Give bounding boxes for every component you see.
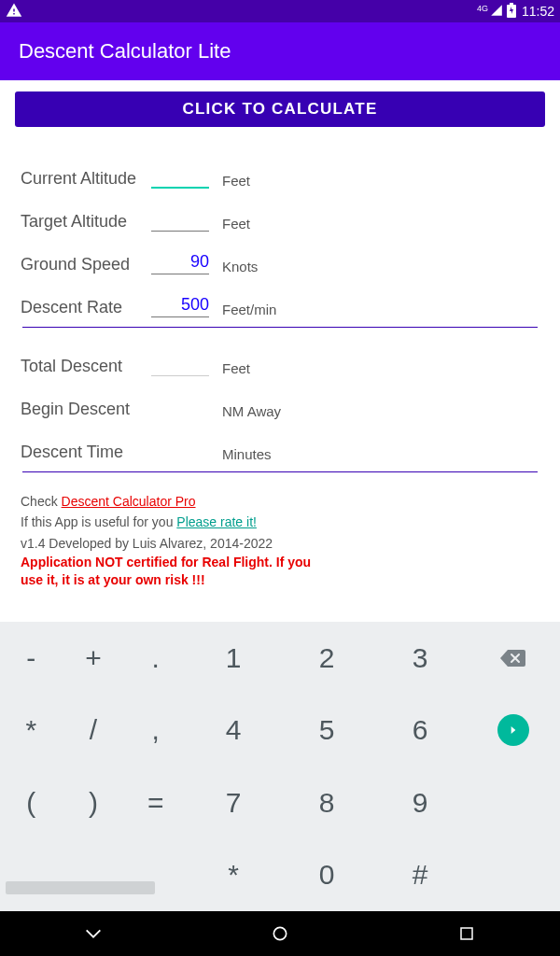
descent-time-label: Descent Time [21,443,151,462]
warning-icon [6,2,22,21]
row-descent-rate: Descent Rate Feet/min [21,274,539,317]
warning-text: Application NOT certified for Real Fligh… [21,554,319,589]
key-lparen[interactable]: ( [0,766,63,839]
app-title: Descent Calculator Lite [19,39,231,63]
descent-time-unit: Minutes [222,446,272,462]
row-current-altitude: Current Altitude Feet [21,146,539,189]
descent-rate-unit: Feet/min [222,302,276,317]
key-7[interactable]: 7 [187,766,280,839]
nav-back-button[interactable] [82,922,105,945]
current-altitude-input[interactable] [151,163,209,189]
key-star[interactable]: * [0,695,63,767]
key-2[interactable]: 2 [280,622,373,695]
ground-speed-unit: Knots [222,259,258,274]
svg-rect-3 [461,928,472,939]
key-1[interactable]: 1 [187,622,280,695]
descent-rate-input[interactable] [151,293,209,317]
key-equals[interactable]: = [124,766,187,839]
row-descent-time: Descent Time Minutes [21,419,539,462]
pro-link[interactable]: Descent Calculator Pro [62,494,196,509]
svg-point-2 [273,927,286,939]
key-3[interactable]: 3 [373,622,467,695]
begin-descent-unit: NM Away [222,403,281,419]
key-6[interactable]: 6 [373,695,467,767]
target-altitude-unit: Feet [222,216,250,232]
svg-rect-1 [510,3,513,5]
current-altitude-label: Current Altitude [21,169,151,189]
battery-charging-icon [507,3,516,21]
begin-descent-label: Begin Descent [21,400,151,419]
key-minus[interactable]: - [0,622,63,695]
check-text: Check [21,494,62,509]
row-begin-descent: Begin Descent NM Away [21,376,539,419]
begin-descent-output [151,397,209,419]
signal-icon [490,4,503,20]
row-ground-speed: Ground Speed Knots [21,232,539,274]
network-4g-label: 4G [477,5,488,13]
divider-2 [22,471,538,472]
row-target-altitude: Target Altitude Feet [21,189,539,232]
android-nav-bar [0,911,560,956]
ground-speed-input[interactable] [151,250,209,274]
descent-time-output [151,440,209,462]
key-slash[interactable]: / [63,695,125,767]
row-total-descent: Total Descent Feet [21,333,539,376]
current-altitude-unit: Feet [222,173,250,189]
key-8[interactable]: 8 [280,766,373,839]
ground-speed-label: Ground Speed [21,255,151,274]
rate-link[interactable]: Please rate it! [176,514,257,529]
key-9[interactable]: 9 [373,766,467,839]
nav-home-button[interactable] [269,922,291,945]
key-comma[interactable]: , [124,695,187,767]
footer: Check Descent Calculator Pro If this App… [15,478,545,589]
version-text: v1.4 Developed by Luis Alvarez, 2014-202… [21,533,539,554]
android-status-bar: 4G 11:52 [0,0,560,22]
key-star2[interactable]: * [187,839,280,912]
nav-recent-button[interactable] [455,922,478,945]
useful-text: If this App is useful for you [21,514,176,529]
status-time: 11:52 [522,4,554,19]
key-4[interactable]: 4 [187,695,280,767]
key-backspace[interactable] [499,648,527,668]
key-enter[interactable] [497,714,529,746]
app-bar: Descent Calculator Lite [0,22,560,80]
divider [22,327,538,328]
target-altitude-label: Target Altitude [21,212,151,232]
calculate-button[interactable]: CLICK TO CALCULATE [15,91,545,127]
total-descent-unit: Feet [222,360,250,376]
target-altitude-input[interactable] [151,207,209,232]
key-5[interactable]: 5 [280,695,373,767]
key-plus[interactable]: + [63,622,125,695]
key-space[interactable] [6,881,155,894]
numeric-keyboard: - + . * / , ( ) = 1 2 3 4 5 6 7 8 9 * 0 … [0,622,560,911]
key-0[interactable]: 0 [280,839,373,912]
key-hash[interactable]: # [373,839,467,912]
key-rparen[interactable]: ) [63,766,125,839]
total-descent-label: Total Descent [21,357,151,376]
descent-rate-label: Descent Rate [21,298,151,317]
total-descent-output [151,354,209,376]
key-dot[interactable]: . [124,622,187,695]
